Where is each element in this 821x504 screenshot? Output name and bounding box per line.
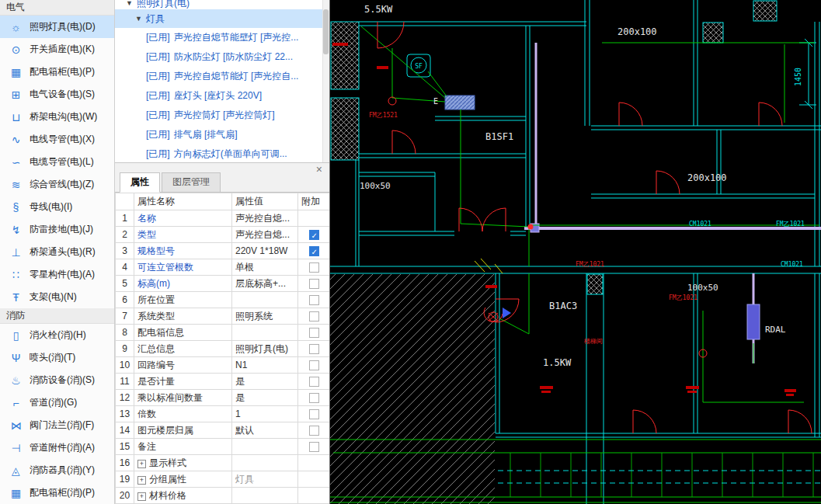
property-row[interactable]: 14 图元楼层归属 默认 xyxy=(116,422,330,439)
sidebar-item[interactable]: ⊙ 开关插座(电)(K) xyxy=(0,38,114,61)
extra-checkbox[interactable] xyxy=(309,377,319,387)
property-row[interactable]: 7 系统类型 照明系统 xyxy=(116,308,330,325)
property-row[interactable]: 15 备注 xyxy=(116,439,330,455)
property-value[interactable]: 声光控自熄... xyxy=(232,227,298,243)
property-value[interactable]: 声光控自熄... xyxy=(232,210,298,227)
sidebar-item[interactable]: ∷ 零星构件(电)(A) xyxy=(0,263,114,286)
property-value[interactable]: 照明系统 xyxy=(232,308,298,325)
property-value[interactable]: 照明灯具(电) xyxy=(232,341,298,357)
property-value[interactable] xyxy=(232,488,298,504)
sidebar-item[interactable]: ☼ 照明灯具(电)(D) xyxy=(0,16,114,38)
tree-scrollbar[interactable] xyxy=(322,0,329,162)
sidebar: 电气 ☼ 照明灯具(电)(D) ⊙ 开关插座(电)(K) ▦ 配电箱柜(电)(P… xyxy=(0,0,115,504)
property-row-number: 13 xyxy=(116,406,134,422)
expand-icon[interactable]: + xyxy=(137,476,146,485)
property-name: 规格型号 xyxy=(134,243,232,259)
sidebar-item[interactable]: ▦ 配电箱柜(消)(P) xyxy=(0,481,114,504)
extra-checkbox[interactable] xyxy=(309,360,319,370)
sidebar-item[interactable]: ⌐ 管道(消)(G) xyxy=(0,391,114,414)
property-value[interactable]: 默认 xyxy=(232,422,298,439)
sidebar-item[interactable]: ▯ 消火栓(消)(H) xyxy=(0,324,114,346)
property-row[interactable]: 20 +材料价格 xyxy=(116,488,330,504)
extra-checkbox[interactable] xyxy=(309,295,319,305)
sidebar-item[interactable]: Ψ 喷头(消)(T) xyxy=(0,346,114,369)
property-row[interactable]: 2 类型 声光控自熄... xyxy=(116,227,330,243)
property-value[interactable]: 层底标高+... xyxy=(232,276,298,292)
sidebar-item[interactable]: ◬ 消防器具(消)(Y) xyxy=(0,459,114,481)
property-value[interactable] xyxy=(232,439,298,455)
cad-viewport[interactable]: 5.5KW 200x100 B1SF1 100x50 200x100 100x5… xyxy=(330,0,821,504)
sidebar-item[interactable]: ⊣ 管道附件(消)(A) xyxy=(0,436,114,459)
property-value[interactable] xyxy=(232,292,298,308)
property-row[interactable]: 13 倍数 1 xyxy=(116,406,330,422)
tree-item[interactable]: [已用] 方向标志灯(单面单向可调... xyxy=(115,144,329,163)
tree-item[interactable]: [已用] 座灯头 [座灯头 220V] xyxy=(115,86,329,106)
sidebar-item[interactable]: § 母线(电)(I) xyxy=(0,196,114,218)
property-row[interactable]: 12 乘以标准间数量 是 xyxy=(116,390,330,406)
sidebar-item[interactable]: ≋ 综合管线(电)(Z) xyxy=(0,173,114,196)
extra-checkbox[interactable] xyxy=(309,279,319,289)
extra-checkbox[interactable] xyxy=(309,230,319,240)
tab-properties[interactable]: 属性 xyxy=(120,172,160,193)
property-row[interactable]: 5 标高(m) 层底标高+... xyxy=(116,276,330,292)
sidebar-item[interactable]: ∿ 电线导管(电)(X) xyxy=(0,128,114,151)
header-extra: 附加 xyxy=(298,193,330,210)
sidebar-item[interactable]: ∽ 电缆导管(电)(L) xyxy=(0,151,114,173)
property-value[interactable]: 是 xyxy=(232,390,298,406)
property-value[interactable]: 220V 1*18W xyxy=(232,243,298,259)
tree-item[interactable]: [已用] 排气扇 [排气扇] xyxy=(115,125,329,144)
property-row[interactable]: 19 +分组属性 灯具 xyxy=(116,471,330,488)
sidebar-item[interactable]: ▦ 配电箱柜(电)(P) xyxy=(0,61,114,83)
property-value[interactable]: 是 xyxy=(232,374,298,390)
expand-icon[interactable]: + xyxy=(137,492,146,501)
expand-icon[interactable]: + xyxy=(137,460,146,468)
tree-group-selected[interactable]: ▼ 灯具 xyxy=(115,9,329,28)
collapse-arrow-icon[interactable]: ▼ xyxy=(135,15,142,23)
extra-checkbox[interactable] xyxy=(309,262,319,273)
property-row[interactable]: 3 规格型号 220V 1*18W xyxy=(116,243,330,259)
property-row[interactable]: 10 回路编号 N1 xyxy=(116,357,330,374)
extra-checkbox[interactable] xyxy=(309,409,319,419)
property-row[interactable]: 9 汇总信息 照明灯具(电) xyxy=(116,341,330,357)
tree-item[interactable]: [已用] 防水防尘灯 [防水防尘灯 22... xyxy=(115,47,329,67)
label-dimension-1450: 1450 xyxy=(794,68,802,86)
extra-checkbox[interactable] xyxy=(309,328,319,338)
collapse-arrow-icon[interactable]: ▼ xyxy=(126,0,133,7)
tree-item[interactable]: [已用] 声光控自熄节能壁灯 [声光控... xyxy=(115,28,329,47)
property-value[interactable]: N1 xyxy=(232,357,298,374)
extra-checkbox[interactable] xyxy=(309,344,319,354)
sidebar-item[interactable]: ⋈ 阀门法兰(消)(F) xyxy=(0,414,114,436)
property-row[interactable]: 1 名称 声光控自熄... xyxy=(116,210,330,227)
property-value[interactable]: 灯具 xyxy=(232,471,298,488)
extra-checkbox[interactable] xyxy=(309,311,319,322)
tree-item-tag: [已用] xyxy=(146,128,170,141)
tab-layer-management[interactable]: 图层管理 xyxy=(162,172,221,193)
sidebar-item-label: 防雷接地(电)(J) xyxy=(30,223,93,236)
extra-checkbox[interactable] xyxy=(309,442,319,452)
sidebar-item[interactable]: ⊥ 桥架通头(电)(R) xyxy=(0,241,114,263)
property-value[interactable] xyxy=(232,325,298,341)
property-value[interactable]: 单根 xyxy=(232,259,298,276)
extra-checkbox[interactable] xyxy=(309,246,319,256)
property-value[interactable] xyxy=(232,455,298,471)
sidebar-item[interactable]: ♨ 消防设备(消)(S) xyxy=(0,369,114,391)
close-icon[interactable]: × xyxy=(316,163,322,176)
sidebar-item[interactable]: Ŧ 支架(电)(N) xyxy=(0,286,114,308)
property-row[interactable]: 6 所在位置 xyxy=(116,292,330,308)
property-row[interactable]: 4 可连立管根数 单根 xyxy=(116,259,330,276)
tree-item[interactable]: [已用] 声光控筒灯 [声光控筒灯] xyxy=(115,106,329,125)
tree-parent[interactable]: ▼ 照明灯具(电) xyxy=(115,0,329,9)
property-row[interactable]: 16 +显示样式 xyxy=(116,455,330,471)
property-row[interactable]: 11 是否计量 是 xyxy=(116,374,330,390)
tree-item[interactable]: [已用] 声光控自熄节能灯 [声光控自... xyxy=(115,67,329,86)
sidebar-item[interactable]: ⊔ 桥架电沟(电)(W) xyxy=(0,106,114,128)
scrollbar-thumb[interactable] xyxy=(323,9,329,54)
sidebar-item[interactable]: ↯ 防雷接地(电)(J) xyxy=(0,218,114,241)
sidebar-item[interactable]: ⊞ 电气设备(电)(S) xyxy=(0,83,114,106)
property-extra xyxy=(298,471,330,488)
extra-checkbox[interactable] xyxy=(309,426,319,436)
property-row[interactable]: 8 配电箱信息 xyxy=(116,325,330,341)
selected-lamp-element[interactable] xyxy=(445,96,475,109)
property-value[interactable]: 1 xyxy=(232,406,298,422)
extra-checkbox[interactable] xyxy=(309,393,319,403)
